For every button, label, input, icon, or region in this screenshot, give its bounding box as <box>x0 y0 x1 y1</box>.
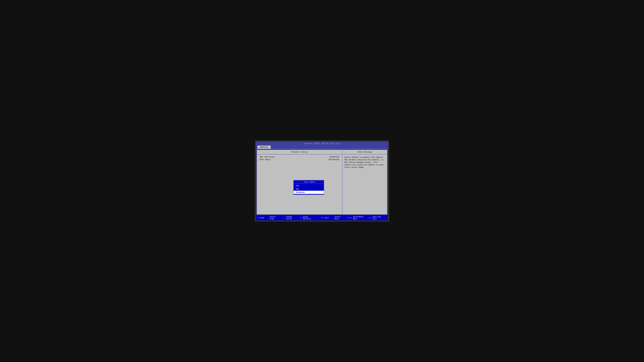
gbe-controller-value: [Enabled] <box>330 156 339 158</box>
label-select-menu: Select Menu <box>335 216 344 220</box>
key-esc: ESC <box>321 217 324 219</box>
boot-agent-value: [Disabled] <box>328 158 339 161</box>
key-f1: F1 <box>257 217 259 219</box>
dropdown-items: PXE SMC Disabled <box>294 184 324 194</box>
title-bar: Lenovo BIOS Setup Utility <box>256 142 388 146</box>
monitor: Lenovo BIOS Setup Utility Devices Networ… <box>255 140 389 222</box>
status-bar: F1 Help ↑↓ Select Item +/- Change Values… <box>256 215 388 220</box>
key-leftright: ←→ <box>332 217 334 219</box>
right-panel: Help Message Select whether to disable l… <box>342 150 387 214</box>
dropdown-item-pxe[interactable]: PXE <box>294 184 324 187</box>
label-exit: Exit <box>325 217 329 219</box>
status-f10: F10 Save and Exit <box>369 216 384 220</box>
label-submenu: Select▶Sub-Menu <box>353 216 366 220</box>
label-change-values: Change Values <box>286 216 297 220</box>
status-f9: F9 Setup Defaults <box>300 216 316 220</box>
network-setup-header: Network Setup <box>257 150 342 154</box>
main-content: Network Setup GbE Controller [Enabled] B… <box>256 150 388 215</box>
help-message-content: Select whether to disable load onboard P… <box>342 154 387 170</box>
tab-bar: Devices <box>256 146 388 149</box>
key-enter: Enter <box>347 217 352 219</box>
boot-agent-row: Boot Agent [Disabled] <box>260 158 339 161</box>
separator1 <box>320 216 320 219</box>
bios-screen: Lenovo BIOS Setup Utility Devices Networ… <box>256 142 388 220</box>
devices-tab[interactable]: Devices <box>258 146 271 149</box>
bios-title: Lenovo BIOS Setup Utility <box>304 142 340 145</box>
label-setup-defaults: Setup Defaults <box>303 216 316 220</box>
boot-agent-dropdown[interactable]: Boot Agent PXE SMC Disabled <box>293 180 324 195</box>
key-f9: F9 <box>300 217 302 219</box>
label-save-exit: Save and Exit <box>373 216 384 220</box>
gbe-controller-label: GbE Controller <box>260 156 275 158</box>
label-help: Help <box>260 217 264 219</box>
status-enter: Enter Select▶Sub-Menu <box>347 216 366 220</box>
status-plusminus: +/- Change Values <box>282 216 298 220</box>
label-select-item: Select Item <box>270 216 279 220</box>
key-arrows: ↑↓ <box>267 217 269 219</box>
key-plusminus: +/- <box>282 217 285 219</box>
status-esc: ESC Exit <box>321 217 329 219</box>
help-message-header: Help Message <box>342 150 387 154</box>
dropdown-item-disabled[interactable]: Disabled <box>294 191 324 194</box>
status-leftright: ←→ Select Menu <box>332 216 344 220</box>
dropdown-title: Boot Agent <box>294 180 324 184</box>
left-panel: Network Setup GbE Controller [Enabled] B… <box>257 150 342 214</box>
dropdown-item-smc[interactable]: SMC <box>294 187 324 191</box>
key-f10: F10 <box>369 217 372 219</box>
status-arrows: ↑↓ Select Item <box>267 216 279 220</box>
gbe-controller-row: GbE Controller [Enabled] <box>260 156 339 158</box>
boot-agent-label: Boot Agent <box>260 158 270 161</box>
panel-content: GbE Controller [Enabled] Boot Agent [Dis… <box>257 154 342 214</box>
status-f1: F1 Help <box>257 217 264 219</box>
